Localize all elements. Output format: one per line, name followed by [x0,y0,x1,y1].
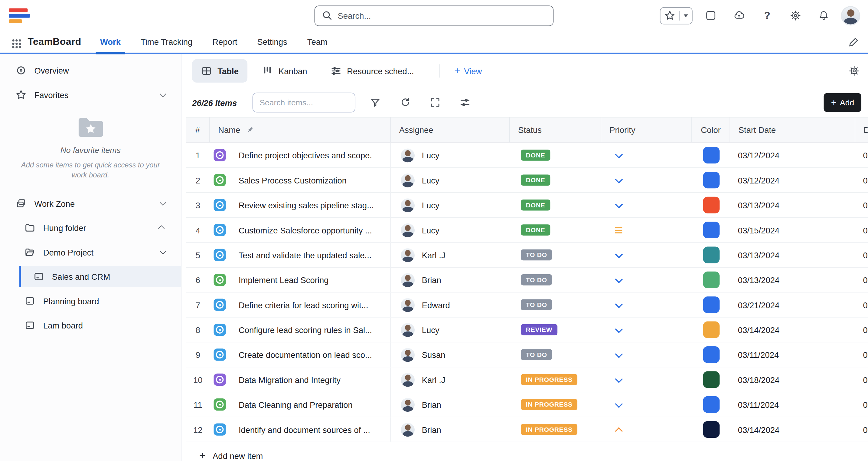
view-tab-kanban[interactable]: Kanban [253,59,316,83]
color-swatch[interactable] [703,421,719,438]
color-cell[interactable] [692,218,730,242]
status-cell[interactable]: TO DO [510,292,601,317]
column-assignee[interactable]: Assignee [391,117,510,142]
status-badge[interactable]: IN PROGRESS [521,424,577,435]
due-date[interactable]: 0 [855,368,868,392]
nav-tab-work[interactable]: Work [100,31,121,53]
sidebar-item-work-zone[interactable]: Work Zone [0,191,181,216]
color-swatch[interactable] [703,396,719,413]
due-date[interactable]: 0 [855,318,868,342]
status-cell[interactable]: DONE [510,143,601,167]
app-logo[interactable] [9,8,30,23]
priority-cell[interactable] [601,417,692,442]
status-cell[interactable]: DONE [510,218,601,242]
color-cell[interactable] [692,368,730,392]
table-row[interactable]: 7 Define criteria for lead scoring wit..… [186,292,868,317]
status-cell[interactable]: TO DO [510,342,601,367]
sidebar-item-hung-folder[interactable]: Hung folder [0,216,181,240]
table-row[interactable]: 8 Configure lead scoring rules in Sal...… [186,318,868,342]
nav-tab-report[interactable]: Report [212,31,237,53]
app-launcher-icon[interactable] [12,39,14,41]
assignee-cell[interactable]: Lucy [391,193,510,218]
sidebar-item-demo-project[interactable]: Demo Project [0,240,181,265]
priority-cell[interactable] [601,342,692,367]
chevron-down-icon[interactable] [160,249,166,255]
user-avatar[interactable] [842,7,859,24]
priority-cell[interactable] [601,292,692,317]
table-row[interactable]: 9 Create documentation on lead sco... Su… [186,342,868,367]
priority-icon[interactable] [615,325,623,334]
task-name[interactable]: Implement Lead Scoring [239,275,329,285]
column-color[interactable]: Color [692,117,730,142]
due-date[interactable]: 0 [855,243,868,267]
color-swatch[interactable] [703,296,719,313]
priority-cell[interactable] [601,268,692,292]
task-name[interactable]: Define criteria for lead scoring wit... [239,300,368,310]
status-badge[interactable]: REVIEW [521,324,557,336]
column-due-date[interactable]: Du [855,117,868,142]
table-row[interactable]: 10 Data Migration and Integrity Karl .J … [186,368,868,393]
task-name[interactable]: Data Migration and Integrity [239,375,341,384]
table-row[interactable]: 5 Test and validate the updated sale... … [186,243,868,268]
name-cell[interactable]: Implement Lead Scoring [210,268,391,292]
task-name[interactable]: Data Cleaning and Preparation [239,400,353,409]
assignee-cell[interactable]: Brian [391,393,510,417]
priority-cell[interactable] [601,168,692,193]
sidebar-item-lam-board[interactable]: Lam board [0,313,181,338]
start-date[interactable]: 03/13/2024 [730,243,855,267]
view-tab-table[interactable]: Table [192,59,247,83]
table-row[interactable]: 1 Define project objectives and scope. L… [186,143,868,168]
name-cell[interactable]: Define criteria for lead scoring wit... [210,292,391,317]
color-swatch[interactable] [703,271,719,288]
color-swatch[interactable] [703,222,719,238]
global-search[interactable] [314,5,554,26]
status-cell[interactable]: IN PROGRESS [510,368,601,392]
sidebar-item-favorites[interactable]: Favorites [0,83,181,107]
cloud-sync-icon[interactable] [729,5,749,25]
status-badge[interactable]: DONE [521,224,550,235]
priority-icon[interactable] [615,300,623,309]
due-date[interactable]: 0 [855,393,868,417]
add-view-button[interactable]: + View [454,66,482,76]
color-swatch[interactable] [703,197,719,213]
table-row[interactable]: 4 Customize Salesforce opportunity ... L… [186,218,868,242]
name-cell[interactable]: Configure lead scoring rules in Sal... [210,318,391,342]
view-tab-resource-scheduling[interactable]: Resource sched... [321,59,423,83]
chevron-up-icon[interactable] [158,226,164,232]
start-date[interactable]: 03/14/2024 [730,318,855,342]
start-date[interactable]: 03/13/2024 [730,193,855,218]
quick-add-button[interactable] [701,5,721,25]
status-badge[interactable]: DONE [521,200,550,211]
name-cell[interactable]: Data Migration and Integrity [210,368,391,392]
color-cell[interactable] [692,268,730,292]
name-cell[interactable]: Test and validate the updated sale... [210,243,391,267]
due-date[interactable]: 0 [855,268,868,292]
assignee-cell[interactable]: Karl .J [391,243,510,267]
start-date[interactable]: 03/11/2024 [730,393,855,417]
due-date[interactable]: 0 [855,292,868,317]
chevron-down-icon[interactable] [160,200,166,206]
sidebar-item-sales-and-crm[interactable]: Sales and CRM [19,266,181,287]
priority-icon[interactable] [615,375,623,384]
status-cell[interactable]: IN PROGRESS [510,417,601,442]
assignee-cell[interactable]: Edward [391,292,510,317]
status-badge[interactable]: DONE [521,149,550,161]
priority-cell[interactable] [601,368,692,392]
due-date[interactable]: 0 [855,168,868,193]
nav-tab-time-tracking[interactable]: Time Tracking [141,31,192,53]
priority-icon[interactable] [615,350,623,359]
status-cell[interactable]: TO DO [510,243,601,267]
column-settings-icon[interactable] [455,93,475,113]
color-cell[interactable] [692,393,730,417]
assignee-cell[interactable]: Susan [391,342,510,367]
color-cell[interactable] [692,143,730,167]
priority-icon[interactable] [615,276,623,284]
task-name[interactable]: Configure lead scoring rules in Sal... [239,325,372,335]
table-row[interactable]: 3 Review existing sales pipeline stag...… [186,193,868,218]
assignee-cell[interactable]: Brian [391,417,510,442]
assignee-cell[interactable]: Lucy [391,143,510,167]
color-swatch[interactable] [703,371,719,388]
column-status[interactable]: Status [510,117,601,142]
bell-icon[interactable] [814,5,834,25]
global-search-input[interactable] [338,11,547,20]
